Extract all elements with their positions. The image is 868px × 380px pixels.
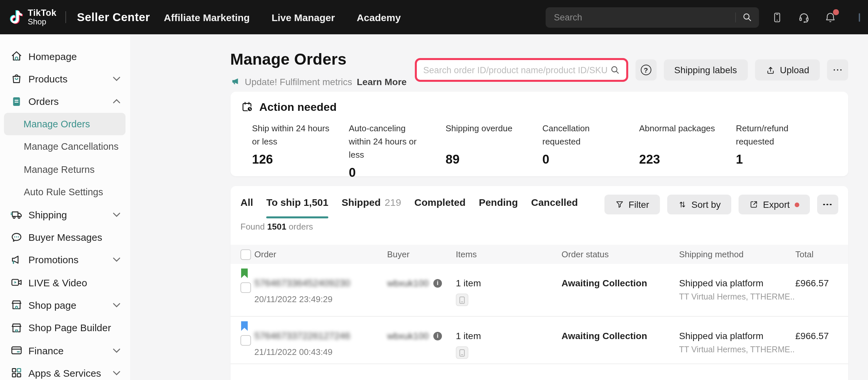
sidebar-label: Shop Page Builder: [28, 322, 111, 333]
product-icon: [459, 296, 465, 304]
sidebar-item-homepage[interactable]: Homepage: [0, 45, 130, 68]
stat-label: Shipping overdue: [445, 122, 525, 148]
action-needed-header: Action needed: [241, 101, 838, 114]
more-actions-button[interactable]: [827, 59, 848, 80]
topbar-search[interactable]: [545, 7, 759, 27]
stat-cancellation-requested[interactable]: Cancellation requested 0: [542, 122, 639, 180]
sidebar-item-finance[interactable]: Finance: [0, 339, 130, 362]
sidebar-item-apps-services[interactable]: Apps & Services: [0, 361, 130, 380]
orders-table-header: Order Buyer Items Order status Shipping …: [230, 245, 848, 264]
topbar-icons: [771, 11, 860, 23]
notification-badge: [833, 9, 839, 15]
sidebar-item-shipping[interactable]: Shipping: [0, 203, 130, 226]
stat-label: Cancellation requested: [542, 122, 622, 148]
stat-abnormal-packages[interactable]: Abnormal packages 223: [639, 122, 736, 180]
tab-to-ship[interactable]: To ship 1,501: [266, 186, 328, 218]
order-search-box[interactable]: [414, 58, 628, 82]
tab-pending[interactable]: Pending: [479, 186, 518, 218]
nav-academy[interactable]: Academy: [357, 11, 401, 23]
grid-icon: [10, 367, 23, 380]
tab-shipped[interactable]: Shipped 219: [342, 186, 401, 218]
export-button[interactable]: Export: [739, 195, 810, 214]
info-icon[interactable]: i: [433, 332, 442, 340]
help-button[interactable]: ?: [635, 59, 656, 80]
product-thumbnail[interactable]: [456, 293, 468, 306]
sidebar-item-products[interactable]: Products: [0, 68, 130, 91]
sidebar-item-promotions[interactable]: Promotions: [0, 248, 130, 271]
search-icon[interactable]: [742, 12, 752, 23]
sort-by-button[interactable]: Sort by: [667, 195, 731, 214]
sidebar-item-buyer-messages[interactable]: Buyer Messages: [0, 226, 130, 249]
row-checkbox[interactable]: [241, 282, 251, 292]
tab-all[interactable]: All: [241, 186, 253, 218]
card-icon: [10, 344, 23, 357]
col-shipping-method[interactable]: Shipping method: [679, 249, 795, 259]
sidebar-label: Apps & Services: [28, 368, 101, 379]
top-bar: TikTok Shop Seller Center Affiliate Mark…: [0, 0, 868, 34]
chevron-down-icon: [113, 371, 120, 375]
export-badge-dot: [794, 202, 799, 207]
product-name[interactable]: Seller Center: [77, 10, 150, 24]
tiktok-shop-logo[interactable]: TikTok Shop: [8, 8, 57, 26]
sidebar-item-shop-page-builder[interactable]: Shop Page Builder: [0, 316, 130, 339]
col-order[interactable]: Order: [254, 249, 387, 259]
info-icon[interactable]: i: [433, 279, 442, 287]
order-search-input[interactable]: [423, 65, 609, 75]
tab-completed[interactable]: Completed: [414, 186, 466, 218]
sort-icon: [677, 200, 687, 209]
bookmark-flag-icon[interactable]: [241, 269, 248, 278]
nav-live-manager[interactable]: Live Manager: [272, 11, 335, 23]
carrier-name: TT Virtual Hermes, TTHERME...: [679, 292, 795, 302]
app-window: TikTok Shop Seller Center Affiliate Mark…: [0, 0, 868, 380]
more-table-actions-button[interactable]: [817, 195, 838, 214]
house-icon: [10, 49, 23, 63]
col-order-status[interactable]: Order status: [561, 249, 679, 259]
stat-shipping-overdue[interactable]: Shipping overdue 89: [445, 122, 542, 180]
stat-value: 89: [445, 152, 525, 167]
truck-icon: [10, 208, 23, 221]
sidebar-item-manage-cancellations[interactable]: Manage Cancellations: [0, 135, 130, 158]
sidebar-item-live-video[interactable]: LIVE & Video: [0, 271, 130, 294]
export-label: Export: [763, 199, 790, 210]
sidebar-label: Promotions: [28, 254, 79, 266]
col-items[interactable]: Items: [456, 249, 561, 259]
learn-more-link[interactable]: Learn More: [357, 76, 407, 87]
stat-auto-cancel[interactable]: Auto-canceling within 24 hours or less 0: [349, 122, 445, 180]
account-edge-sliver: [859, 13, 860, 22]
sidebar-item-manage-orders[interactable]: Manage Orders: [4, 113, 125, 136]
order-date: 20/11/2022 23:49:29: [254, 294, 387, 304]
upload-button[interactable]: Upload: [755, 59, 820, 80]
topbar-search-input[interactable]: [554, 12, 735, 22]
orders-card: All To ship 1,501 Shipped 219 Completed …: [230, 186, 848, 380]
nav-affiliate-marketing[interactable]: Affiliate Marketing: [164, 11, 250, 23]
bookmark-flag-icon[interactable]: [241, 321, 248, 331]
shipping-labels-button[interactable]: Shipping labels: [663, 59, 747, 80]
select-all-checkbox[interactable]: [241, 249, 251, 260]
row-checkbox[interactable]: [241, 335, 251, 345]
support-button[interactable]: [798, 11, 810, 23]
update-text: Update! Fulfilment metrics: [245, 76, 352, 87]
sidebar-item-manage-returns[interactable]: Manage Returns: [0, 158, 130, 181]
product-thumbnail[interactable]: [456, 346, 468, 359]
order-tabs: All To ship 1,501 Shipped 219 Completed …: [230, 186, 848, 218]
sidebar-item-shop-page[interactable]: Shop page: [0, 294, 130, 317]
stat-return-refund[interactable]: Return/refund requested 1: [736, 122, 833, 180]
question-icon: ?: [641, 65, 651, 75]
orders-icon: [10, 95, 23, 108]
tab-cancelled[interactable]: Cancelled: [531, 186, 578, 218]
sidebar-item-auto-rule-settings[interactable]: Auto Rule Settings: [0, 181, 130, 204]
order-id: 576467337226127246: [254, 331, 387, 341]
order-total: £966.57: [795, 317, 848, 364]
chevron-down-icon: [113, 348, 120, 353]
col-buyer[interactable]: Buyer: [387, 249, 456, 259]
items-count: 1 item: [456, 278, 561, 288]
product-icon: [459, 349, 465, 356]
filter-button[interactable]: Filter: [604, 195, 659, 214]
stat-ship-24h[interactable]: Ship within 24 hours or less 126: [252, 122, 349, 180]
notifications-button[interactable]: [824, 11, 836, 23]
search-icon[interactable]: [609, 65, 620, 75]
mobile-app-button[interactable]: [771, 11, 783, 23]
sidebar-item-orders[interactable]: Orders: [0, 90, 130, 113]
col-total[interactable]: Total: [795, 249, 848, 259]
stat-label: Return/refund requested: [736, 122, 815, 148]
